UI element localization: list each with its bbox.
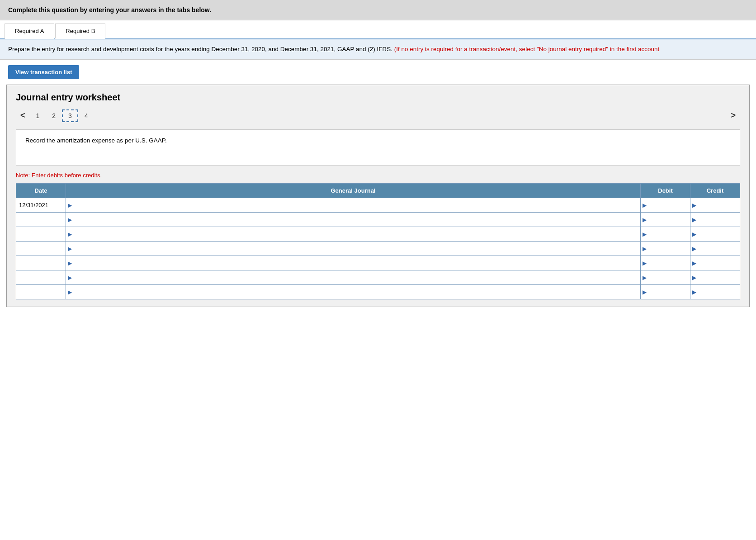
- col-credit-header: Credit: [690, 184, 740, 198]
- credit-cell: ▶: [690, 285, 740, 299]
- date-input[interactable]: [16, 270, 66, 284]
- credit-arrow-icon: ▶: [690, 260, 698, 266]
- question-text-area: Prepare the entry for research and devel…: [0, 39, 756, 60]
- cell-arrow-icon: ▶: [66, 275, 74, 281]
- credit-input[interactable]: [698, 285, 740, 299]
- date-input[interactable]: [16, 242, 66, 256]
- worksheet-instruction-text: Record the amortization expense as per U…: [25, 137, 167, 144]
- journal-input[interactable]: [74, 227, 640, 241]
- instruction-text: Complete this question by entering your …: [8, 6, 211, 14]
- date-cell: [16, 285, 66, 299]
- credit-cell: ▶: [690, 270, 740, 285]
- journal-cell: ▶: [66, 256, 641, 270]
- credit-cell: ▶: [690, 256, 740, 270]
- date-cell: [16, 213, 66, 227]
- table-row: ▶▶▶: [16, 242, 740, 256]
- credit-arrow-icon: ▶: [690, 231, 698, 237]
- date-cell: [16, 242, 66, 256]
- question-main-text: Prepare the entry for research and devel…: [8, 46, 394, 52]
- tab-required-b[interactable]: Required B: [55, 24, 105, 39]
- credit-cell: ▶: [690, 198, 740, 213]
- date-input[interactable]: [16, 285, 66, 299]
- date-cell: [16, 227, 66, 242]
- debit-input[interactable]: [648, 285, 690, 299]
- table-row: ▶▶▶: [16, 285, 740, 299]
- view-transaction-button[interactable]: View transaction list: [8, 65, 79, 79]
- debit-cell: ▶: [641, 213, 690, 227]
- table-header-row: Date General Journal Debit Credit: [16, 184, 740, 198]
- note-text: Note: Enter debits before credits.: [16, 172, 740, 179]
- date-input[interactable]: [16, 213, 66, 227]
- nav-page-4[interactable]: 4: [78, 109, 94, 122]
- table-row: ▶▶▶: [16, 227, 740, 242]
- debit-input[interactable]: [648, 227, 690, 241]
- journal-cell: ▶: [66, 227, 641, 242]
- table-row: ▶▶▶: [16, 198, 740, 213]
- credit-arrow-icon: ▶: [690, 202, 698, 208]
- date-cell: [16, 270, 66, 285]
- debit-input[interactable]: [648, 213, 690, 227]
- worksheet-instruction-box: Record the amortization expense as per U…: [16, 129, 740, 166]
- credit-input[interactable]: [698, 227, 740, 241]
- debit-input[interactable]: [648, 256, 690, 270]
- journal-cell: ▶: [66, 285, 641, 299]
- credit-input[interactable]: [698, 242, 740, 256]
- instruction-bar: Complete this question by entering your …: [0, 0, 756, 20]
- nav-page-3[interactable]: 3: [62, 109, 78, 122]
- date-cell: [16, 198, 66, 213]
- debit-cell: ▶: [641, 227, 690, 242]
- debit-arrow-icon: ▶: [641, 246, 648, 252]
- credit-input[interactable]: [698, 256, 740, 270]
- nav-next-button[interactable]: >: [726, 109, 740, 122]
- journal-input[interactable]: [74, 198, 640, 212]
- credit-input[interactable]: [698, 270, 740, 284]
- nav-page-2[interactable]: 2: [46, 109, 62, 122]
- credit-cell: ▶: [690, 227, 740, 242]
- col-debit-header: Debit: [641, 184, 690, 198]
- debit-cell: ▶: [641, 242, 690, 256]
- table-row: ▶▶▶: [16, 256, 740, 270]
- debit-arrow-icon: ▶: [641, 260, 648, 266]
- debit-cell: ▶: [641, 198, 690, 213]
- journal-cell: ▶: [66, 213, 641, 227]
- credit-cell: ▶: [690, 213, 740, 227]
- debit-cell: ▶: [641, 256, 690, 270]
- cell-arrow-icon: ▶: [66, 246, 74, 252]
- credit-input[interactable]: [698, 213, 740, 227]
- cell-arrow-icon: ▶: [66, 231, 74, 237]
- debit-input[interactable]: [648, 198, 690, 212]
- table-row: ▶▶▶: [16, 213, 740, 227]
- col-journal-header: General Journal: [66, 184, 641, 198]
- nav-page-1[interactable]: 1: [30, 109, 46, 122]
- journal-cell: ▶: [66, 198, 641, 213]
- debit-cell: ▶: [641, 285, 690, 299]
- credit-arrow-icon: ▶: [690, 275, 698, 281]
- date-input[interactable]: [16, 198, 66, 212]
- journal-cell: ▶: [66, 242, 641, 256]
- tab-required-a[interactable]: Required A: [5, 24, 54, 39]
- journal-input[interactable]: [74, 213, 640, 227]
- table-row: ▶▶▶: [16, 270, 740, 285]
- debit-input[interactable]: [648, 242, 690, 256]
- debit-arrow-icon: ▶: [641, 275, 648, 281]
- cell-arrow-icon: ▶: [66, 217, 74, 223]
- credit-arrow-icon: ▶: [690, 289, 698, 295]
- col-date-header: Date: [16, 184, 66, 198]
- journal-table: Date General Journal Debit Credit ▶▶▶▶▶▶…: [16, 183, 740, 299]
- tabs-container: Required A Required B: [0, 23, 756, 39]
- debit-input[interactable]: [648, 270, 690, 284]
- journal-input[interactable]: [74, 242, 640, 256]
- nav-prev-button[interactable]: <: [16, 109, 30, 122]
- credit-cell: ▶: [690, 242, 740, 256]
- debit-cell: ▶: [641, 270, 690, 285]
- date-input[interactable]: [16, 227, 66, 241]
- journal-input[interactable]: [74, 270, 640, 284]
- cell-arrow-icon: ▶: [66, 260, 74, 266]
- journal-input[interactable]: [74, 285, 640, 299]
- debit-arrow-icon: ▶: [641, 217, 648, 223]
- journal-input[interactable]: [74, 256, 640, 270]
- debit-arrow-icon: ▶: [641, 202, 648, 208]
- credit-input[interactable]: [698, 198, 740, 212]
- worksheet-nav: < 1 2 3 4 >: [16, 109, 740, 122]
- date-input[interactable]: [16, 256, 66, 270]
